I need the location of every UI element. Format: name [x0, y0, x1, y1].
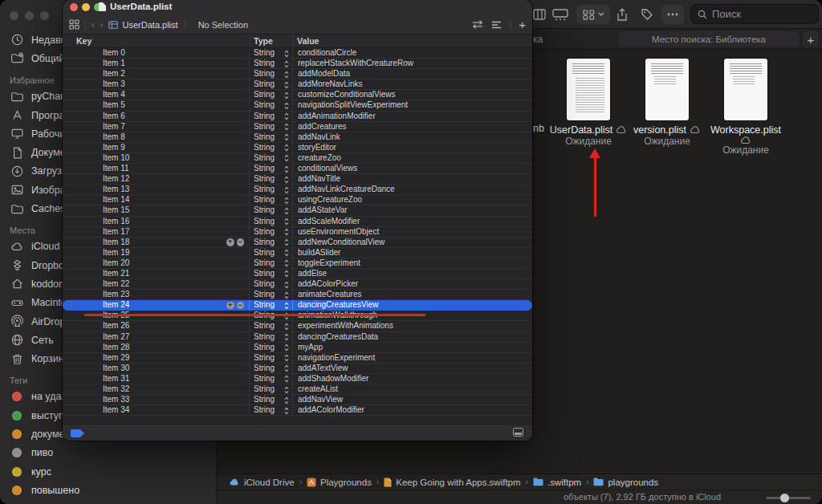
type-stepper-icon[interactable]	[284, 112, 289, 120]
row-type[interactable]: String	[250, 238, 293, 247]
row-type[interactable]: String	[250, 153, 293, 163]
row-value[interactable]: addNewConditionalView	[293, 238, 532, 247]
zoom-icon[interactable]	[40, 11, 49, 20]
forward-button[interactable]: ›	[100, 18, 103, 30]
type-stepper-icon[interactable]	[284, 407, 289, 415]
remove-item-button[interactable]: −	[237, 302, 245, 310]
row-value[interactable]: navigationExperiment	[293, 353, 532, 363]
group-by-button[interactable]	[576, 5, 610, 24]
row-value[interactable]: creatureZoo	[293, 153, 532, 163]
row-type[interactable]: String	[250, 164, 293, 173]
row-type[interactable]: String	[250, 174, 293, 184]
table-row[interactable]: Item 6StringaddAnimationModifier	[63, 112, 532, 122]
table-row[interactable]: Item 12StringaddNavTitle	[63, 174, 532, 185]
sidebar-item-пиво[interactable]: пиво	[0, 444, 216, 462]
slider-knob[interactable]	[780, 494, 789, 502]
row-key[interactable]: Item 31	[63, 374, 250, 384]
type-stepper-icon[interactable]	[284, 386, 289, 394]
path-item[interactable]: playgrounds	[593, 478, 658, 487]
table-row[interactable]: Item 26StringexperimentWithAnimations	[63, 321, 532, 331]
row-key[interactable]: Item 32	[63, 384, 250, 394]
path-item[interactable]: Keep Going with Apps.swiftpm	[384, 478, 520, 487]
row-key[interactable]: Item 30	[63, 364, 250, 373]
row-key[interactable]: Item 24+−	[63, 300, 250, 310]
row-value[interactable]: dancingCreaturesData	[293, 332, 532, 342]
table-row[interactable]: Item 20StringtoggleExperiment	[63, 258, 532, 269]
row-type[interactable]: String	[250, 405, 293, 415]
row-type[interactable]: String	[250, 59, 293, 68]
row-key[interactable]: Item 16	[63, 217, 250, 226]
row-key[interactable]: Item 29	[63, 353, 250, 363]
row-key[interactable]: Item 33	[63, 395, 250, 404]
row-value[interactable]: conditionalViews	[293, 164, 532, 173]
row-value[interactable]: addNavLink	[293, 132, 532, 142]
table-row[interactable]: Item 14StringusingCreatureZoo	[63, 195, 532, 205]
type-stepper-icon[interactable]	[284, 154, 289, 162]
minimize-icon[interactable]	[82, 3, 90, 11]
more-options-button[interactable]	[661, 5, 684, 24]
row-value[interactable]: animateCreatures	[293, 290, 532, 299]
column-header-value[interactable]: Value	[297, 36, 319, 46]
row-key[interactable]: Item 26	[63, 321, 250, 331]
type-stepper-icon[interactable]	[284, 186, 289, 194]
type-stepper-icon[interactable]	[284, 81, 289, 89]
type-stepper-icon[interactable]	[284, 323, 289, 331]
row-key[interactable]: Item 22	[63, 279, 250, 289]
file-name[interactable]: UserData.plist	[549, 124, 628, 136]
type-stepper-icon[interactable]	[284, 354, 289, 362]
row-value[interactable]: usingCreatureZoo	[293, 195, 532, 205]
type-stepper-icon[interactable]	[284, 165, 289, 173]
file-item[interactable]: Workspace.plistОжидание	[706, 59, 785, 156]
plist-file-thumbnail[interactable]	[724, 59, 767, 120]
type-stepper-icon[interactable]	[284, 333, 289, 341]
type-stepper-icon[interactable]	[284, 144, 289, 152]
row-value[interactable]: addCreatures	[293, 122, 532, 132]
row-value[interactable]: navigationSplitViewExperiment	[293, 100, 532, 110]
row-value[interactable]: addAStateVar	[293, 205, 532, 215]
row-value[interactable]: addScaleModifier	[293, 217, 532, 226]
row-value[interactable]: addNavTitle	[293, 174, 532, 184]
row-type[interactable]: String	[250, 364, 293, 373]
row-type[interactable]: String	[250, 258, 293, 268]
table-row[interactable]: Item 33StringaddNavView	[63, 395, 532, 405]
row-value[interactable]: buildASlider	[293, 248, 532, 258]
table-row[interactable]: Item 7StringaddCreatures	[63, 122, 532, 132]
row-value[interactable]: dancingCreaturesView	[293, 300, 532, 310]
table-row[interactable]: Item 34StringaddAColorModifier	[63, 405, 532, 416]
related-items-icon[interactable]	[69, 19, 79, 30]
row-key[interactable]: Item 0	[63, 48, 250, 58]
row-type[interactable]: String	[250, 205, 293, 215]
type-stepper-icon[interactable]	[284, 302, 289, 310]
gallery-view-icon[interactable]	[552, 5, 568, 24]
type-stepper-icon[interactable]	[284, 238, 289, 246]
row-value[interactable]: myApp	[293, 343, 532, 352]
close-icon[interactable]	[70, 3, 78, 11]
row-value[interactable]: addATextView	[293, 364, 532, 373]
row-key[interactable]: Item 28	[63, 343, 250, 352]
row-key[interactable]: Item 13	[63, 185, 250, 194]
finder-traffic-lights[interactable]	[10, 11, 49, 20]
row-key[interactable]: Item 1	[63, 59, 250, 68]
type-stepper-icon[interactable]	[284, 133, 289, 141]
table-row[interactable]: Item 28StringmyApp	[63, 343, 532, 353]
table-row[interactable]: Item 32StringcreateAList	[63, 384, 532, 395]
row-type[interactable]: String	[250, 79, 293, 89]
row-key[interactable]: Item 34	[63, 405, 250, 415]
row-value[interactable]: replaceHStackWithCreatureRow	[293, 59, 532, 68]
table-row[interactable]: Item 17StringuseEnvironmentObject	[63, 227, 532, 238]
row-value[interactable]: experimentWithAnimations	[293, 321, 532, 331]
type-stepper-icon[interactable]	[284, 249, 289, 257]
table-row[interactable]: Item 16StringaddScaleModifier	[63, 217, 532, 227]
row-key[interactable]: Item 14	[63, 195, 250, 205]
row-key[interactable]: Item 20	[63, 258, 250, 268]
plist-titlebar[interactable]: UserData.plist	[63, 0, 532, 15]
row-key[interactable]: Item 4	[63, 90, 250, 100]
path-item[interactable]: iCloud Drive	[229, 478, 295, 487]
row-type[interactable]: String	[250, 353, 293, 363]
row-type[interactable]: String	[250, 227, 293, 237]
type-stepper-icon[interactable]	[284, 91, 289, 100]
plist-file-thumbnail[interactable]	[567, 59, 610, 120]
type-stepper-icon[interactable]	[284, 123, 289, 131]
row-key[interactable]: Item 11	[63, 164, 250, 173]
row-key[interactable]: Item 17	[63, 227, 250, 237]
